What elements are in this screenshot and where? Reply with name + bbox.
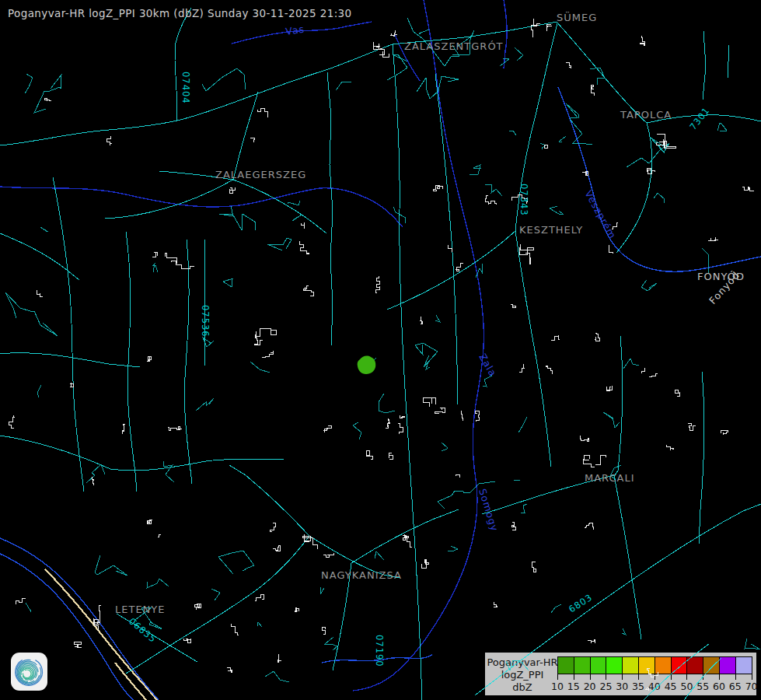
legend-tick [622, 674, 623, 680]
legend-tick [590, 674, 591, 680]
city-label: ZALASZENTGRÓT [404, 40, 504, 52]
road-number-label: 07536 [200, 305, 211, 338]
road-stubs [25, 30, 760, 682]
legend-tick [638, 674, 639, 680]
legend-tick [703, 674, 703, 680]
legend-tick-label: 25 [599, 681, 612, 692]
legend-tick [752, 674, 752, 680]
legend: Poganyvar-HRlogZ_PPIdbZ10152025303540455… [483, 651, 758, 697]
region-label: Veszprém [582, 188, 619, 241]
city-label: ZALAEGERSZEG [215, 169, 306, 180]
legend-tick [686, 674, 687, 680]
legend-title-line: logZ_PPI [487, 669, 558, 681]
radar-viewport: Poganyvar-HR logZ_PPI 30km (dbZ) Sunday … [0, 0, 761, 700]
legend-color-box [638, 656, 655, 674]
road-number-label: 6803 [567, 592, 595, 615]
road-number-label: 07190 [374, 635, 385, 667]
map-lines [0, 0, 507, 691]
region-label: Somogy [476, 487, 501, 533]
legend-tick [671, 674, 672, 680]
legend-tick-label: 60 [713, 681, 725, 692]
city-label: NAGYKANIZSA [321, 569, 402, 581]
city-label: TAPOLCA [620, 109, 672, 121]
road-number-label: 7301 [687, 105, 712, 132]
map-lines [0, 87, 761, 700]
legend-tick-label: 55 [696, 681, 709, 692]
radar-echo [358, 356, 376, 374]
legend-color-box [655, 656, 672, 674]
legend-tick [719, 674, 720, 680]
city-label: LETENYE [115, 604, 166, 615]
legend-color-box [703, 656, 720, 674]
map-lines [0, 8, 761, 700]
legend-color-box [557, 656, 574, 674]
radar-logo[interactable] [11, 653, 47, 691]
road-number-label: 07404 [180, 72, 191, 104]
legend-tick [606, 674, 606, 680]
legend-title-line: Poganyvar-HR [487, 656, 558, 669]
city-label: FONYÓD [697, 271, 745, 282]
legend-tick-label: 30 [616, 681, 628, 692]
region-label: Zala [476, 352, 499, 379]
region-label: Vas [285, 23, 305, 37]
legend-tick [557, 674, 558, 680]
map-labels: SÜMEGZALASZENTGRÓTTAPOLCAZALAEGERSZEGKES… [115, 11, 745, 667]
legend-tick-label: 10 [551, 681, 564, 692]
city-label: KESZTHELY [519, 224, 583, 236]
legend-tick-label: 45 [665, 681, 677, 692]
minor-roads [5, 18, 669, 628]
radar-map: SÜMEGZALASZENTGRÓTTAPOLCAZALAEGERSZEGKES… [0, 0, 761, 700]
legend-tick [574, 674, 574, 680]
legend-color-box [735, 656, 752, 674]
legend-color-box [671, 656, 688, 674]
city-label: SÜMEG [557, 11, 597, 23]
legend-tick-label: 40 [648, 681, 661, 692]
legend-tick-label: 70 [745, 681, 758, 692]
legend-tick [735, 674, 736, 680]
road-number-label: 07343 [518, 184, 529, 216]
legend-tick-label: 65 [729, 681, 742, 692]
legend-tick-label: 35 [632, 681, 644, 692]
legend-color-box [622, 656, 639, 674]
legend-color-box [686, 656, 703, 674]
legend-color-box [574, 656, 591, 674]
legend-tick [655, 674, 655, 680]
radar-title: Poganyvar-HR logZ_PPI 30km (dbZ) Sunday … [8, 7, 352, 19]
city-label: MARCALI [585, 472, 635, 484]
region-label: Fonyód [707, 269, 742, 306]
legend-tick-label: 15 [567, 681, 580, 692]
village-marks [9, 19, 754, 691]
legend-color-box [590, 656, 607, 674]
map-lines [45, 569, 157, 700]
legend-title-line: dbZ [487, 681, 558, 694]
road-number-label: 06835 [127, 616, 159, 645]
legend-color-box [719, 656, 736, 674]
legend-tick-label: 20 [584, 681, 596, 692]
legend-tick-label: 50 [680, 681, 693, 692]
swirl-icon [12, 655, 47, 689]
legend-color-box [606, 656, 623, 674]
